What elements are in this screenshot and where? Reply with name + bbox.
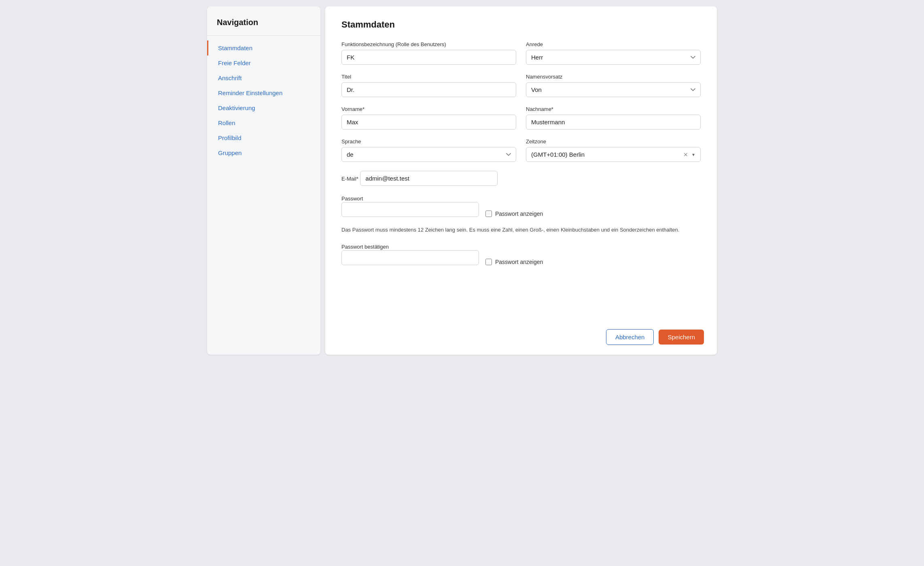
row-sprache-zeitzone: Sprache de en fr Zeitzone (GMT+01:00) Be… <box>341 138 701 162</box>
sidebar-header: Navigation <box>207 6 320 36</box>
password-confirm-inline-group: Passwort anzeigen <box>341 250 701 265</box>
password-inline-group: Passwort anzeigen <box>341 202 701 217</box>
main-content: Stammdaten Funktionsbezeichnung (Rolle d… <box>325 6 717 355</box>
input-email[interactable] <box>360 171 498 186</box>
label-sprache: Sprache <box>341 138 516 145</box>
row-titel-namensvorsatz: Titel Namensvorsatz Von van de zu <box>341 74 701 97</box>
timezone-field[interactable]: (GMT+01:00) Berlin ✕ ▾ <box>526 147 701 162</box>
show-password-confirm-label[interactable]: Passwort anzeigen <box>485 257 543 265</box>
cancel-button[interactable]: Abbrechen <box>606 329 654 345</box>
timezone-clear-button[interactable]: ✕ <box>682 151 689 158</box>
sidebar-nav: Stammdaten Freie Felder Anschrift Remind… <box>207 36 320 165</box>
label-funktionsbezeichnung: Funktionsbezeichnung (Rolle des Benutzer… <box>341 41 516 47</box>
group-passwort: Passwort Passwort anzeigen <box>341 195 701 217</box>
show-password-confirm-checkbox[interactable] <box>485 259 492 265</box>
sidebar-item-anschrift[interactable]: Anschrift <box>207 70 320 85</box>
group-namensvorsatz: Namensvorsatz Von van de zu <box>526 74 701 97</box>
row-vorname-nachname: Vorname* Nachname* <box>341 106 701 130</box>
sidebar-item-label: Reminder Einstellungen <box>218 89 282 96</box>
label-zeitzone: Zeitzone <box>526 138 701 145</box>
label-titel: Titel <box>341 74 516 80</box>
select-anrede[interactable]: Herr Frau Divers <box>526 50 701 65</box>
sidebar-item-deaktivierung[interactable]: Deaktivierung <box>207 100 320 115</box>
save-button[interactable]: Speichern <box>659 330 704 345</box>
sidebar-item-reminder-einstellungen[interactable]: Reminder Einstellungen <box>207 85 320 100</box>
sidebar-item-profilbild[interactable]: Profilbild <box>207 130 320 145</box>
sidebar-item-label: Stammdaten <box>218 45 252 51</box>
label-vorname: Vorname* <box>341 106 516 112</box>
show-password-label[interactable]: Passwort anzeigen <box>485 209 543 217</box>
page-title: Stammdaten <box>341 19 701 30</box>
label-email: E-Mail* <box>341 176 358 182</box>
timezone-value: (GMT+01:00) Berlin <box>531 151 682 158</box>
sidebar-item-stammdaten[interactable]: Stammdaten <box>207 40 320 55</box>
timezone-icons: ✕ ▾ <box>682 151 695 158</box>
group-zeitzone: Zeitzone (GMT+01:00) Berlin ✕ ▾ <box>526 138 701 162</box>
input-titel[interactable] <box>341 82 516 97</box>
sidebar-item-label: Deaktivierung <box>218 104 255 111</box>
sidebar: Navigation Stammdaten Freie Felder Ansch… <box>207 6 320 355</box>
sidebar-title: Navigation <box>217 18 258 27</box>
group-passwort-bestaetigen: Passwort bestätigen Passwort anzeigen <box>341 243 701 265</box>
input-funktionsbezeichnung[interactable] <box>341 50 516 65</box>
sidebar-item-freie-felder[interactable]: Freie Felder <box>207 55 320 70</box>
input-passwort-bestaetigen[interactable] <box>341 250 479 265</box>
group-sprache: Sprache de en fr <box>341 138 516 162</box>
label-passwort: Passwort <box>341 196 363 202</box>
select-sprache[interactable]: de en fr <box>341 147 516 162</box>
input-nachname[interactable] <box>526 115 701 130</box>
group-vorname: Vorname* <box>341 106 516 130</box>
group-nachname: Nachname* <box>526 106 701 130</box>
sidebar-item-rollen[interactable]: Rollen <box>207 115 320 130</box>
timezone-dropdown-button[interactable]: ▾ <box>691 152 695 157</box>
select-namensvorsatz[interactable]: Von van de zu <box>526 82 701 97</box>
group-titel: Titel <box>341 74 516 97</box>
show-password-text: Passwort anzeigen <box>495 211 543 217</box>
sidebar-item-label: Gruppen <box>218 149 242 156</box>
label-passwort-bestaetigen: Passwort bestätigen <box>341 244 389 250</box>
password-hint: Das Passwort muss mindestens 12 Zeichen … <box>341 226 701 234</box>
input-passwort[interactable] <box>341 202 479 217</box>
label-nachname: Nachname* <box>526 106 701 112</box>
sidebar-item-label: Rollen <box>218 119 235 126</box>
row-funktionsbezeichnung-anrede: Funktionsbezeichnung (Rolle des Benutzer… <box>341 41 701 65</box>
sidebar-item-label: Anschrift <box>218 74 242 81</box>
group-email: E-Mail* <box>341 171 701 186</box>
label-namensvorsatz: Namensvorsatz <box>526 74 701 80</box>
sidebar-item-gruppen[interactable]: Gruppen <box>207 145 320 160</box>
group-funktionsbezeichnung: Funktionsbezeichnung (Rolle des Benutzer… <box>341 41 516 65</box>
input-vorname[interactable] <box>341 115 516 130</box>
label-anrede: Anrede <box>526 41 701 47</box>
sidebar-item-label: Profilbild <box>218 134 242 141</box>
show-password-checkbox[interactable] <box>485 211 492 217</box>
sidebar-item-label: Freie Felder <box>218 60 251 66</box>
group-anrede: Anrede Herr Frau Divers <box>526 41 701 65</box>
footer-buttons: Abbrechen Speichern <box>606 329 704 345</box>
show-password-confirm-text: Passwort anzeigen <box>495 259 543 265</box>
